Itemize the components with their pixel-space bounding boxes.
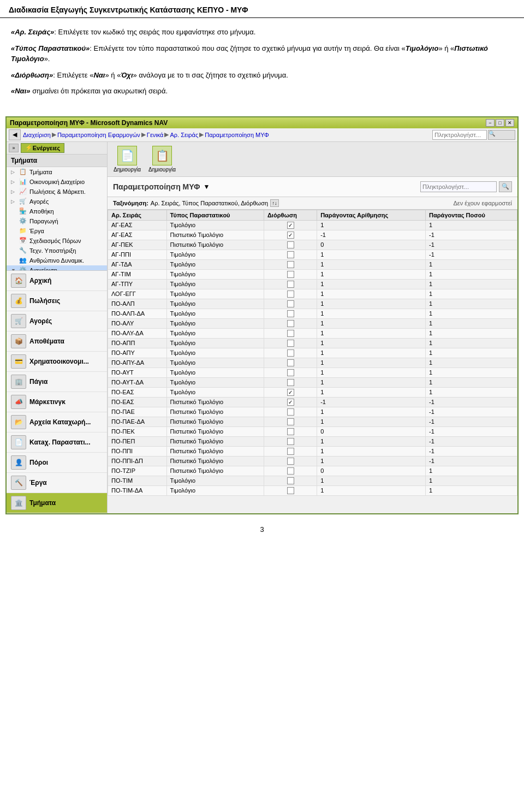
nav-icon-erga[interactable]: 🔨 Έργα	[7, 473, 107, 493]
breadcrumb-item-4[interactable]: Παραμετροποίηση ΜΥΦ	[205, 132, 269, 138]
sidebar-expand-btn[interactable]: »	[9, 144, 19, 152]
checkbox-diorth[interactable]	[287, 271, 294, 278]
checkbox-diorth[interactable]	[287, 300, 294, 307]
table-row[interactable]: ΠΟ-ΑΥΤ-ΔΑΤιμολόγιο11	[108, 377, 517, 387]
nav-icon-poroi[interactable]: 👤 Πόροι	[7, 453, 107, 473]
sidebar-item-anthropino[interactable]: 👥 Ανθρώπινο Δυναμικ.	[7, 256, 107, 265]
table-row[interactable]: ΠΟ-ΑΠΠΤιμολόγιο11	[108, 338, 517, 348]
sidebar-item-oikon[interactable]: ▷ 📊 Οικονομική Διαχείριο	[7, 177, 107, 187]
nav-icon-pagia[interactable]: 🏢 Πάγια	[7, 372, 107, 392]
checkbox-diorth[interactable]	[287, 448, 294, 455]
breadcrumb-item-1[interactable]: Παραμετροποίηση Εφαρμογών	[57, 132, 140, 138]
table-row[interactable]: ΑΓ-ΕΑΣΠιστωτικό Τιμολόγιο-1-1	[108, 230, 517, 240]
nav-icon-arxeia[interactable]: 📂 Αρχεία Καταχωρή...	[7, 412, 107, 432]
table-scroll[interactable]: Αρ. Σειράς Τύπος Παραστατικού Διόρθωση Π…	[108, 210, 517, 513]
table-row[interactable]: ΠΟ-ΠΑΕ-ΔΑΠιστωτικό Τιμολόγιο1-1	[108, 417, 517, 426]
checkbox-diorth[interactable]	[287, 389, 294, 396]
sort-button[interactable]: ↑↓	[270, 199, 279, 207]
checkbox-diorth[interactable]	[287, 408, 294, 416]
checkbox-diorth[interactable]	[287, 251, 294, 258]
table-row[interactable]: ΑΓ-ΤΠΥΤιμολόγιο11	[108, 279, 517, 289]
checkbox-diorth[interactable]	[287, 477, 294, 484]
checkbox-diorth[interactable]	[287, 241, 294, 248]
sidebar-item-erga[interactable]: 📁 Έργα	[7, 226, 107, 236]
sidebar-energeies-button[interactable]: ⚡ Ενέργειες	[21, 143, 64, 153]
table-row[interactable]: ΠΟ-ΕΑΣΤιμολόγιο11	[108, 387, 517, 397]
checkbox-diorth[interactable]	[287, 340, 294, 347]
checkbox-diorth[interactable]	[287, 487, 294, 494]
checkbox-diorth[interactable]	[287, 458, 294, 465]
table-row[interactable]: ΠΟ-ΤΖΙΡΠιστωτικό Τιμολόγιο01	[108, 466, 517, 476]
nav-icon-agores[interactable]: 🛒 Αγορές	[7, 311, 107, 331]
table-row[interactable]: ΠΟ-ΑΛΠΤιμολόγιο11	[108, 299, 517, 309]
checkbox-diorth[interactable]	[287, 438, 294, 445]
breadcrumb-item-3[interactable]: Αρ. Σειράς	[170, 132, 198, 138]
col-header-par-arith[interactable]: Παράγοντας Αρίθμησης	[317, 210, 426, 220]
sidebar-item-apothiki[interactable]: 🏪 Αποθήκη	[7, 206, 107, 216]
col-header-diorth[interactable]: Διόρθωση	[264, 210, 317, 220]
table-row[interactable]: ΑΓ-ΠΕΚΠιστωτικό Τιμολόγιο0-1	[108, 240, 517, 250]
table-row[interactable]: ΑΓ-ΕΑΣΤιμολόγιο11	[108, 220, 517, 230]
sidebar-item-diaxeirisi[interactable]: ▼ ⚙️ Διαχείριση	[7, 265, 107, 270]
table-row[interactable]: ΠΟ-ΤΙΜ-ΔΑΤιμολόγιο11	[108, 485, 517, 495]
checkbox-diorth[interactable]	[287, 349, 294, 357]
minimize-button[interactable]: −	[486, 119, 495, 127]
sidebar-item-poliseis[interactable]: ▷ 📈 Πωλήσεις & Μάρκετι.	[7, 187, 107, 197]
checkbox-diorth[interactable]	[287, 359, 294, 366]
checkbox-diorth[interactable]	[287, 320, 294, 327]
table-row[interactable]: ΠΟ-ΤΙΜΤιμολόγιο11	[108, 476, 517, 485]
table-row[interactable]: ΑΓ-ΤΙΜΤιμολόγιο11	[108, 269, 517, 279]
table-row[interactable]: ΛΟΓ-ΕΓΓΤιμολόγιο11	[108, 289, 517, 299]
checkbox-diorth[interactable]	[287, 310, 294, 317]
col-header-par-posou[interactable]: Παράγοντας Ποσού	[426, 210, 517, 220]
create-button-1[interactable]: 📄 Δημιουργία	[112, 144, 142, 174]
nav-icon-apothemata[interactable]: 📦 Αποθέματα	[7, 331, 107, 352]
table-row[interactable]: ΠΟ-ΠΠΙΠιστωτικό Τιμολόγιο1-1	[108, 446, 517, 456]
checkbox-diorth[interactable]	[287, 428, 294, 435]
checkbox-diorth[interactable]	[287, 232, 294, 239]
nav-icon-poliseis[interactable]: 💰 Πωλήσεις	[7, 291, 107, 311]
back-button[interactable]: ◀	[9, 129, 21, 140]
checkbox-diorth[interactable]	[287, 261, 294, 268]
table-row[interactable]: ΑΓ-ΤΔΑΤιμολόγιο11	[108, 259, 517, 269]
checkbox-diorth[interactable]	[287, 330, 294, 337]
checkbox-diorth[interactable]	[287, 399, 294, 406]
form-search-input[interactable]	[420, 181, 497, 192]
table-row[interactable]: ΠΟ-ΠΠΙ-ΔΠΠιστωτικό Τιμολόγιο1-1	[108, 456, 517, 466]
table-row[interactable]: ΠΟ-ΑΛΠ-ΔΑΤιμολόγιο11	[108, 309, 517, 318]
col-header-typos[interactable]: Τύπος Παραστατικού	[166, 210, 264, 220]
sidebar-item-sxediasmos[interactable]: 📅 Σχεδιασμός Πόρων	[7, 236, 107, 246]
checkbox-diorth[interactable]	[287, 281, 294, 288]
menu-search-input[interactable]	[432, 130, 487, 140]
close-button[interactable]: ✕	[505, 119, 514, 127]
table-row[interactable]: ΠΟ-ΑΛΥΤιμολόγιο11	[108, 318, 517, 328]
checkbox-diorth[interactable]	[287, 369, 294, 376]
checkbox-diorth[interactable]	[287, 467, 294, 475]
checkbox-diorth[interactable]	[287, 291, 294, 298]
sidebar-item-paragogi[interactable]: ⚙️ Παραγωγή	[7, 216, 107, 226]
table-row[interactable]: ΠΟ-ΠΕΠΠιστωτικό Τιμολόγιο1-1	[108, 436, 517, 446]
col-header-ar-seir[interactable]: Αρ. Σειράς	[108, 210, 167, 220]
form-search-button[interactable]: 🔍	[499, 181, 512, 192]
table-row[interactable]: ΠΟ-ΕΑΣΠιστωτικό Τιμολόγιο-1-1	[108, 397, 517, 407]
table-row[interactable]: ΑΓ-ΠΠΙΤιμολόγιο1-1	[108, 250, 517, 259]
nav-icon-archiki[interactable]: 🏠 Αρχική	[7, 271, 107, 291]
breadcrumb-item-2[interactable]: Γενικά	[147, 132, 164, 138]
nav-icon-kataxparastatikou[interactable]: 📄 Κατaχ. Παραστατι...	[7, 432, 107, 453]
nav-icon-tmimata[interactable]: 🏛️ Τμήματα	[7, 493, 107, 513]
checkbox-diorth[interactable]	[287, 379, 294, 386]
breadcrumb-item-0[interactable]: Διαχείριση	[23, 132, 51, 138]
table-row[interactable]: ΠΟ-ΠΕΚΠιστωτικό Τιμολόγιο0-1	[108, 426, 517, 436]
menu-search-button[interactable]: 🔍	[488, 130, 515, 140]
table-row[interactable]: ΠΟ-ΑΠΥ-ΔΑΤιμολόγιο11	[108, 358, 517, 368]
checkbox-diorth[interactable]	[287, 222, 294, 229]
nav-icon-marketingk[interactable]: 📣 Μάρκετινγκ	[7, 392, 107, 412]
sidebar-item-tmimata[interactable]: ▷ 📋 Τμήματα	[7, 167, 107, 177]
form-dropdown-arrow[interactable]: ▼	[204, 183, 210, 191]
table-row[interactable]: ΠΟ-ΑΥΤΤιμολόγιο11	[108, 368, 517, 377]
create-button-2[interactable]: 📋 Δημιουργία	[147, 144, 177, 174]
table-row[interactable]: ΠΟ-ΑΛΥ-ΔΑΤιμολόγιο11	[108, 328, 517, 338]
sidebar-item-agores[interactable]: ▷ 🛒 Αγορές	[7, 197, 107, 206]
sidebar-item-texn[interactable]: 🔧 Τεχν. Υποστήριξη	[7, 246, 107, 256]
table-row[interactable]: ΠΟ-ΑΠΥΤιμολόγιο11	[108, 348, 517, 358]
